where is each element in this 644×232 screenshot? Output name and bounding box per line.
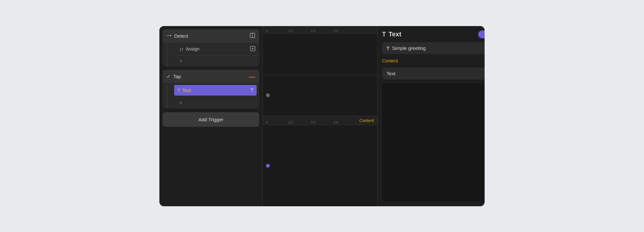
simple-greeting-dropdown[interactable]: T Simple greeting ▼ [382, 42, 485, 54]
timeline-bottom: 0 0.2 0.4 0.6 Content [263, 116, 377, 206]
tap-block: ✓ Tap T Text T + [163, 70, 259, 108]
tap-label: Tap [173, 74, 181, 79]
right-section: T Text T Simple greeting ▼ Content Text … [378, 26, 485, 206]
assign-action-icon[interactable] [250, 46, 255, 52]
tap-block-header[interactable]: ✓ Tap [163, 70, 259, 83]
ruler-tick-04: 0.4 [311, 29, 334, 33]
crosshair-icon: ⭢ [166, 33, 172, 39]
ruler-bottom-container: 0 0.2 0.4 0.6 Content [263, 116, 377, 125]
assign-label: Assign [186, 46, 199, 51]
fx-icon: ƒx [179, 47, 183, 51]
detect-add-icon: + [179, 58, 182, 64]
detect-add-row[interactable]: + [172, 56, 259, 67]
content-section-label-right: Content [382, 58, 485, 64]
dropdown-label: Simple greeting [392, 45, 481, 51]
timeline-top: 0 0.2 0.4 0.6 [263, 26, 377, 116]
detect-block: ⭢ Detect ƒx Assign [163, 29, 259, 67]
text-content-area[interactable] [382, 83, 485, 202]
assign-row[interactable]: ƒx Assign [172, 43, 259, 56]
left-section: ⭢ Detect ƒx Assign [159, 26, 262, 206]
ruler-tick-02: 0.2 [289, 29, 311, 33]
tap-icon: ✓ [166, 73, 171, 79]
detect-block-header[interactable]: ⭢ Detect [163, 29, 259, 43]
detect-action-icon[interactable] [250, 32, 255, 40]
detect-header-left: ⭢ Detect [166, 33, 188, 39]
text-row[interactable]: T Text T [174, 85, 257, 96]
assign-sub-section: ƒx Assign + [163, 43, 259, 67]
content-label: Content [356, 118, 377, 123]
prop-header: T Text [382, 31, 485, 38]
content-type-dropdown[interactable]: Text ▼ [382, 68, 485, 79]
text-dot [266, 164, 270, 168]
tap-add-icon: + [179, 100, 182, 106]
tap-items-section: T Text T + [163, 85, 259, 108]
dropdown-arrow-icon: ▼ [484, 46, 485, 50]
detect-timeline-row [263, 34, 377, 75]
text-row-t-icon: T [177, 88, 180, 93]
prop-title-t-icon: T [382, 31, 386, 38]
add-trigger-button[interactable]: Add Trigger [163, 112, 259, 127]
prop-title: Text [389, 31, 476, 38]
content-dropdown-label: Text [387, 71, 481, 76]
ruler-b-tick-06: 0.6 [334, 121, 356, 124]
ruler-bottom: 0 0.2 0.4 0.6 [263, 116, 356, 125]
detect-label: Detect [174, 33, 188, 39]
toggle-switch[interactable] [478, 31, 485, 38]
text-row-label: Text [182, 88, 249, 93]
tap-add-row[interactable]: + [172, 97, 259, 108]
ruler-b-tick-0: 0 [266, 121, 289, 124]
text-timeline-row [263, 125, 377, 206]
ruler-b-tick-02: 0.2 [289, 121, 311, 124]
assign-dot [266, 93, 270, 97]
ruler-top: 0 0.2 0.4 0.6 [263, 26, 377, 34]
middle-section: 0 0.2 0.4 0.6 0 0.2 0.4 0.6 C [262, 26, 378, 206]
main-panel: ⭢ Detect ƒx Assign [159, 26, 485, 206]
content-dropdown-arrow-icon: ▼ [484, 71, 485, 76]
tap-minus-icon[interactable] [249, 73, 255, 80]
dropdown-t-icon: T [387, 45, 390, 51]
assign-timeline-row [263, 75, 377, 116]
ruler-tick-06: 0.6 [334, 29, 356, 33]
tap-header-left: ✓ Tap [166, 73, 181, 79]
ruler-b-tick-04: 0.4 [311, 121, 334, 124]
ruler-tick-0: 0 [266, 29, 289, 33]
text-row-type-icon: T [251, 88, 253, 93]
